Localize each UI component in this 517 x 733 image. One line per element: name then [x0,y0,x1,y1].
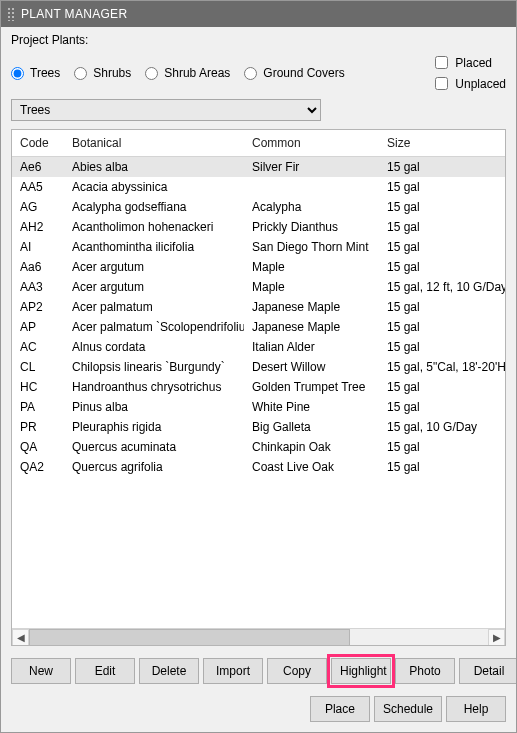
cell-size: 15 gal, 5"Cal, 18'-20'H [379,357,505,377]
col-header-common[interactable]: Common [244,130,379,157]
cell-botanical: Acer palmatum `Scolopendrifolium` [64,317,244,337]
cell-code: HC [12,377,64,397]
cell-botanical: Pinus alba [64,397,244,417]
cell-botanical: Quercus agrifolia [64,457,244,477]
table-row[interactable]: AA5Acacia abyssinica15 gal [12,177,505,197]
cell-common: Maple [244,277,379,297]
place-button[interactable]: Place [310,696,370,722]
col-header-botanical[interactable]: Botanical [64,130,244,157]
radio-ground-covers-input[interactable] [244,67,257,80]
scrollbar-thumb[interactable] [29,629,350,646]
table-header-row: Code Botanical Common Size [12,130,505,157]
radio-trees-input[interactable] [11,67,24,80]
cell-common: Coast Live Oak [244,457,379,477]
checkbox-placed[interactable]: Placed [431,53,506,72]
cell-code: AC [12,337,64,357]
edit-button[interactable]: Edit [75,658,135,684]
checkbox-unplaced[interactable]: Unplaced [431,74,506,93]
schedule-button[interactable]: Schedule [374,696,442,722]
delete-button[interactable]: Delete [139,658,199,684]
cell-botanical: Handroanthus chrysotrichus [64,377,244,397]
photo-button[interactable]: Photo [395,658,455,684]
table-row[interactable]: QA2Quercus agrifoliaCoast Live Oak15 gal [12,457,505,477]
table-row[interactable]: PAPinus albaWhite Pine15 gal [12,397,505,417]
cell-code: QA [12,437,64,457]
cell-common: San Diego Thorn Mint [244,237,379,257]
copy-button[interactable]: Copy [267,658,327,684]
checkbox-placed-input[interactable] [435,56,448,69]
new-button[interactable]: New [11,658,71,684]
table-row[interactable]: AA3Acer argutumMaple15 gal, 12 ft, 10 G/… [12,277,505,297]
cell-botanical: Acanthomintha ilicifolia [64,237,244,257]
cell-code: AI [12,237,64,257]
radio-shrubs[interactable]: Shrubs [74,66,131,80]
status-checkbox-column: Placed Unplaced [431,53,506,93]
checkbox-unplaced-input[interactable] [435,77,448,90]
table-row[interactable]: QAQuercus acuminataChinkapin Oak15 gal [12,437,505,457]
table-row[interactable]: AIAcanthomintha ilicifoliaSan Diego Thor… [12,237,505,257]
button-row-1: New Edit Delete Import Copy Highlight Ph… [11,650,506,684]
cell-size: 15 gal [379,177,505,197]
table-row[interactable]: Ae6Abies albaSilver Fir15 gal [12,157,505,178]
cell-code: PR [12,417,64,437]
radio-ground-covers[interactable]: Ground Covers [244,66,344,80]
cell-size: 15 gal [379,237,505,257]
radio-shrub-areas-input[interactable] [145,67,158,80]
radio-shrubs-label: Shrubs [93,66,131,80]
cell-size: 15 gal, 12 ft, 10 G/Day [379,277,505,297]
plant-grid-scroll[interactable]: Code Botanical Common Size Ae6Abies alba… [12,130,505,628]
radio-shrub-areas[interactable]: Shrub Areas [145,66,230,80]
table-row[interactable]: CLChilopsis linearis `Burgundy`Desert Wi… [12,357,505,377]
cell-size: 15 gal [379,157,505,178]
radio-trees[interactable]: Trees [11,66,60,80]
client-area: Project Plants: Trees Shrubs Shrub Areas… [1,27,516,732]
scroll-left-arrow-icon[interactable]: ◀ [12,629,29,646]
category-combo[interactable]: Trees [11,99,321,121]
titlebar[interactable]: PLANT MANAGER [1,1,516,27]
button-row-2: Place Schedule Help [11,688,506,722]
cell-code: AP2 [12,297,64,317]
radio-shrubs-input[interactable] [74,67,87,80]
col-header-code[interactable]: Code [12,130,64,157]
cell-size: 15 gal [379,377,505,397]
cell-size: 15 gal [379,317,505,337]
help-button[interactable]: Help [446,696,506,722]
cell-code: AA3 [12,277,64,297]
cell-botanical: Acer palmatum [64,297,244,317]
category-combo-row: Trees [11,99,506,121]
cell-code: AG [12,197,64,217]
cell-botanical: Abies alba [64,157,244,178]
table-row[interactable]: ACAlnus cordataItalian Alder15 gal [12,337,505,357]
cell-code: AP [12,317,64,337]
cell-common: Desert Willow [244,357,379,377]
project-plants-label: Project Plants: [11,33,506,47]
table-row[interactable]: PRPleuraphis rigidaBig Galleta15 gal, 10… [12,417,505,437]
cell-common: White Pine [244,397,379,417]
detail-button[interactable]: Detail [459,658,516,684]
cell-botanical: Alnus cordata [64,337,244,357]
cell-size: 15 gal [379,197,505,217]
table-row[interactable]: AH2Acantholimon hohenackeriPrickly Diant… [12,217,505,237]
scrollbar-track[interactable] [29,629,488,646]
table-row[interactable]: APAcer palmatum `Scolopendrifolium`Japan… [12,317,505,337]
cell-code: PA [12,397,64,417]
import-button[interactable]: Import [203,658,263,684]
table-row[interactable]: Aa6Acer argutumMaple15 gal [12,257,505,277]
cell-botanical: Chilopsis linearis `Burgundy` [64,357,244,377]
table-row[interactable]: HCHandroanthus chrysotrichusGolden Trump… [12,377,505,397]
cell-common: Maple [244,257,379,277]
col-header-size[interactable]: Size [379,130,505,157]
horizontal-scrollbar[interactable]: ◀ ▶ [12,628,505,645]
cell-common: Japanese Maple [244,317,379,337]
cell-botanical: Acacia abyssinica [64,177,244,197]
table-row[interactable]: AGAcalypha godseffianaAcalypha15 gal [12,197,505,217]
radio-trees-label: Trees [30,66,60,80]
table-row[interactable]: AP2Acer palmatumJapanese Maple15 gal [12,297,505,317]
cell-botanical: Pleuraphis rigida [64,417,244,437]
highlight-button[interactable]: Highlight [331,658,391,684]
cell-size: 15 gal [379,217,505,237]
cell-size: 15 gal, 10 G/Day [379,417,505,437]
cell-code: Ae6 [12,157,64,178]
scroll-right-arrow-icon[interactable]: ▶ [488,629,505,646]
cell-common: Golden Trumpet Tree [244,377,379,397]
